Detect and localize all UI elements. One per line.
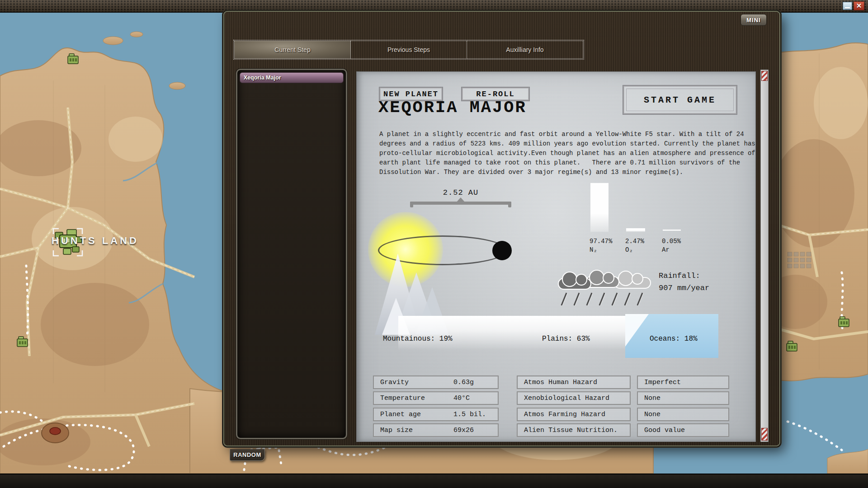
random-button[interactable]: RANDOM <box>230 449 265 461</box>
plains-illustration <box>398 316 627 350</box>
stat-value-alien-tissue-nutrition: Good value <box>637 423 729 437</box>
stat-label-xenobiological-hazard: Xenobiological Hazard <box>517 391 631 405</box>
tab-auxilliary-info[interactable]: Auxilliary Info <box>467 41 583 59</box>
stat-value-xenobiological-hazard: None <box>637 391 729 405</box>
rain-clouds-icon <box>558 269 660 307</box>
stat-label-atmos-human-hazard: Atmos Human Hazard <box>517 375 631 389</box>
planet-description: A planet in a slightly eccentric and fas… <box>379 130 756 177</box>
planet-list-panel: Xeqoria Major <box>236 69 347 439</box>
stat-row-planet-age: Planet age1.5 bil. <box>373 408 499 421</box>
close-icon: ✕ <box>856 2 862 10</box>
atmosphere-bar-o2 <box>626 228 645 232</box>
stat-value-atmos-farming-hazard: None <box>637 408 729 421</box>
mini-button[interactable]: MINI <box>741 14 767 26</box>
atmosphere-label-o2: 2.47%O₂ <box>625 237 644 254</box>
orbit-distance-value: 2.52 AU <box>410 188 511 197</box>
tab-previous-steps[interactable]: Previous Steps <box>350 41 467 59</box>
stat-row-map-size: Map size69x26 <box>373 423 499 437</box>
volcano <box>42 423 69 443</box>
orbit-distance-ruler: 2.52 AU <box>410 188 511 207</box>
ruler-bracket-icon <box>410 199 511 207</box>
bottom-bar <box>0 474 868 488</box>
scrollbar-down-control[interactable] <box>761 428 768 441</box>
planet-icon <box>492 241 512 260</box>
tab-current-step[interactable]: Current Step <box>234 41 351 59</box>
atmosphere-bar-n2 <box>590 183 609 232</box>
minimize-button[interactable] <box>843 2 852 10</box>
step-tabs: Current Step Previous Steps Auxilliary I… <box>233 40 584 60</box>
paper-scrollbar[interactable] <box>760 70 769 442</box>
stat-value-atmos-human-hazard: Imperfect <box>637 375 729 389</box>
game-screen: HUNTS LAND ✕ MINI Current Step Previous … <box>0 0 868 488</box>
planet-setup-dialog: MINI Current Step Previous Steps Auxilli… <box>223 11 780 446</box>
terrain-oceans: Oceans: 18% <box>650 335 698 343</box>
terrain-mountainous: Mountainous: 19% <box>383 335 453 343</box>
atmosphere-label-ar: 0.05%Ar <box>662 237 681 254</box>
atmosphere-bar-ar <box>663 230 681 231</box>
close-button[interactable]: ✕ <box>854 1 864 10</box>
stat-label-atmos-farming-hazard: Atmos Farming Hazard <box>517 408 631 421</box>
stat-row-gravity: Gravity0.63g <box>373 375 499 389</box>
start-game-button[interactable]: START GAME <box>623 85 737 114</box>
planet-report-paper: NEW PLANET RE-ROLL START GAME XEQORIA MA… <box>356 71 756 442</box>
rainfall-text: Rainfall:907 mm/year <box>659 270 709 294</box>
planet-list-item-selected[interactable]: Xeqoria Major <box>240 72 344 83</box>
terrain-plains: Plains: 63% <box>542 335 590 343</box>
stat-label-alien-tissue-nutrition: Alien Tissue Nutrition. <box>517 423 631 437</box>
minimize-icon <box>845 7 850 9</box>
stat-row-temperature: Temperature40°C <box>373 391 499 405</box>
region-label: HUNTS LAND <box>52 235 139 247</box>
atmosphere-label-n2: 97.47%N₂ <box>590 237 612 254</box>
scrollbar-thumb[interactable] <box>761 71 768 81</box>
planet-name-title: XEQORIA MAJOR <box>378 98 527 117</box>
